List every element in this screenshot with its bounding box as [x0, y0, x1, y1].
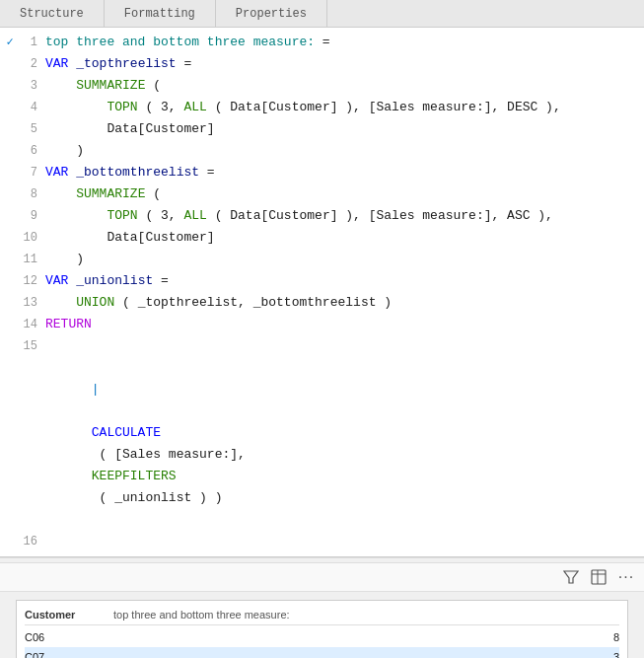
line-number-9: 9 [18, 205, 45, 227]
code-editor[interactable]: ✓ 1 top three and bottom three measure: … [0, 28, 644, 557]
cell-customer: C07 [25, 651, 113, 658]
preview-toolbar: ··· [0, 563, 644, 592]
line-content-12: VAR _unionlist = [45, 270, 644, 292]
tabs-bar: Structure Formatting Properties [0, 0, 644, 28]
code-line-11: 11 ) [0, 249, 644, 270]
code-line-3: 3 SUMMARIZE ( [0, 75, 644, 97]
line-number-7: 7 [18, 162, 45, 183]
cell-customer: C06 [25, 631, 113, 643]
tab-formatting-label: Formatting [124, 7, 195, 21]
code-line-5: 5 Data[Customer] [0, 118, 644, 140]
tab-formatting[interactable]: Formatting [105, 0, 216, 27]
code-line-15: 15 | CALCULATE ( [Sales measure:], KEEPF… [0, 335, 644, 531]
line-content-13: UNION ( _topthreelist, _bottomthreelist … [45, 292, 644, 314]
col-header-measure: top three and bottom three measure: [113, 609, 619, 621]
line-content-5: Data[Customer] [45, 118, 644, 140]
line-content-6: ) [45, 140, 644, 162]
line-number-13: 13 [18, 292, 45, 314]
line-number-4: 4 [18, 97, 45, 118]
line-content-15: | CALCULATE ( [Sales measure:], KEEPFILT… [45, 335, 644, 531]
table-row: C06 8 [25, 627, 619, 647]
more-icon[interactable]: ··· [616, 567, 636, 587]
line-content-14: RETURN [45, 314, 644, 335]
svg-marker-0 [564, 571, 578, 583]
line-number-3: 3 [18, 75, 45, 97]
table-icon[interactable] [589, 567, 608, 587]
code-line-16: 16 [0, 531, 644, 552]
line-number-16: 16 [18, 531, 45, 552]
tab-structure[interactable]: Structure [0, 0, 105, 27]
code-line-6: 6 ) [0, 140, 644, 162]
code-line-1: ✓ 1 top three and bottom three measure: … [0, 32, 644, 53]
line-content-2: VAR _topthreelist = [45, 53, 644, 75]
tab-properties[interactable]: Properties [216, 0, 327, 27]
code-line-14: 14 RETURN [0, 314, 644, 335]
table-header: Customer top three and bottom three meas… [25, 609, 619, 625]
line-number-12: 12 [18, 270, 45, 292]
code-line-2: 2 VAR _topthreelist = [0, 53, 644, 75]
line-number-2: 2 [18, 53, 45, 75]
svg-rect-1 [592, 570, 606, 584]
line-number-14: 14 [18, 314, 45, 335]
line-content-8: SUMMARIZE ( [45, 183, 644, 205]
code-line-12: 12 VAR _unionlist = [0, 270, 644, 292]
cell-value: 8 [113, 631, 619, 643]
col-header-customer: Customer [25, 609, 113, 621]
line-number-8: 8 [18, 183, 45, 205]
preview-area: Customer top three and bottom three meas… [16, 600, 628, 658]
code-line-10: 10 Data[Customer] [0, 227, 644, 249]
code-line-8: 8 SUMMARIZE ( [0, 183, 644, 205]
line-number-10: 10 [18, 227, 45, 249]
line-indicator-1: ✓ [0, 32, 18, 53]
line-content-9: TOPN ( 3, ALL ( Data[Customer] ), [Sales… [45, 205, 644, 227]
cell-value: 3 [113, 651, 619, 658]
code-line-13: 13 UNION ( _topthreelist, _bottomthreeli… [0, 292, 644, 314]
table-row: C07 3 [25, 647, 619, 658]
line-content-11: ) [45, 249, 644, 270]
filter-icon[interactable] [561, 567, 581, 587]
line-number-5: 5 [18, 118, 45, 140]
line-number-15: 15 [18, 335, 45, 357]
line-content-4: TOPN ( 3, ALL ( Data[Customer] ), [Sales… [45, 97, 644, 118]
code-line-4: 4 TOPN ( 3, ALL ( Data[Customer] ), [Sal… [0, 97, 644, 118]
line-number-6: 6 [18, 140, 45, 162]
line-content-1: top three and bottom three measure: = [45, 32, 644, 53]
tab-structure-label: Structure [20, 7, 84, 21]
line-content-10: Data[Customer] [45, 227, 644, 249]
line-content-3: SUMMARIZE ( [45, 75, 644, 97]
line-number-11: 11 [18, 249, 45, 270]
line-content-7: VAR _bottomthreelist = [45, 162, 644, 183]
line-number-1: 1 [18, 32, 45, 53]
code-line-7: 7 VAR _bottomthreelist = [0, 162, 644, 183]
tab-properties-label: Properties [236, 7, 307, 21]
code-line-9: 9 TOPN ( 3, ALL ( Data[Customer] ), [Sal… [0, 205, 644, 227]
